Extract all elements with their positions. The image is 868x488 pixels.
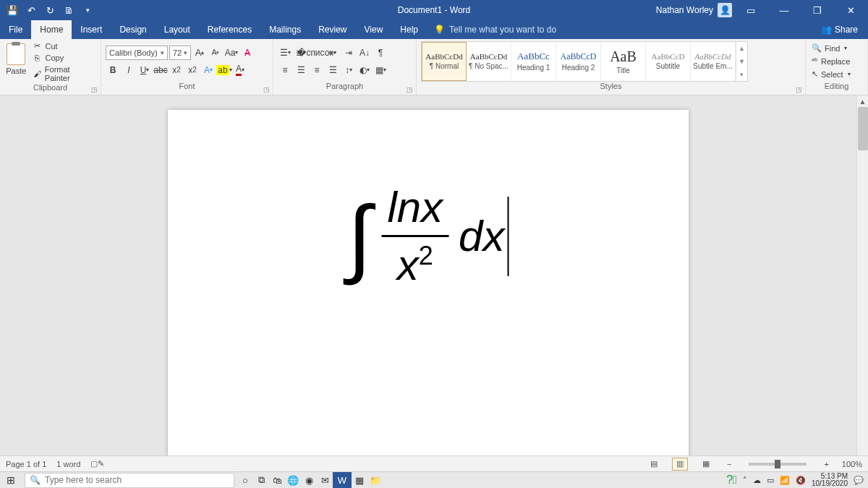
subscript-button[interactable]: x2 xyxy=(169,63,184,77)
taskbar-app-edge[interactable]: 🌐 xyxy=(285,472,301,488)
taskbar-app-word[interactable]: W xyxy=(333,472,352,488)
taskbar-app-explorer[interactable]: 📁 xyxy=(367,472,383,488)
shading-button[interactable]: ◐▾ xyxy=(357,63,372,77)
ribbon-display-options-button[interactable]: ▭ xyxy=(736,0,765,20)
tab-review[interactable]: Review xyxy=(310,20,355,39)
align-left-button[interactable]: ≡ xyxy=(278,63,292,77)
zoom-slider[interactable] xyxy=(749,463,807,466)
font-launcher[interactable]: ◳ xyxy=(263,86,270,93)
redo-button[interactable]: ↻ xyxy=(42,2,58,18)
grow-font-button[interactable]: A▴ xyxy=(192,46,207,60)
text-effects-button[interactable]: A▾ xyxy=(201,63,216,77)
borders-button[interactable]: ▦▾ xyxy=(373,63,388,77)
minimize-button[interactable]: — xyxy=(770,0,799,20)
bold-button[interactable]: B xyxy=(106,63,120,77)
help-tray-icon[interactable]: ?⃝ xyxy=(726,474,737,487)
cortana-button[interactable]: ○ xyxy=(237,472,253,488)
paragraph-launcher[interactable]: ◳ xyxy=(407,86,413,93)
page[interactable]: ∫ lnx x2 dx xyxy=(168,110,689,471)
show-marks-button[interactable]: ¶ xyxy=(373,46,388,60)
tell-me-search[interactable]: 💡 Tell me what you want to do xyxy=(427,20,563,39)
justify-button[interactable]: ☰ xyxy=(326,63,340,77)
print-layout-button[interactable]: ▥ xyxy=(672,458,688,471)
change-case-button[interactable]: Aa▾ xyxy=(224,46,239,60)
account-button[interactable]: Nathan Worley 👤 xyxy=(656,3,732,17)
volume-tray-icon[interactable]: 🔇 xyxy=(796,476,806,485)
web-layout-button[interactable]: ▦ xyxy=(698,458,714,471)
notifications-tray-icon[interactable]: 💬 xyxy=(854,476,864,485)
zoom-out-button[interactable]: − xyxy=(724,460,734,468)
tray-chevron-icon[interactable]: ˄ xyxy=(743,476,747,485)
font-color-button[interactable]: A▾ xyxy=(233,63,247,77)
replace-button[interactable]: ᵃᵇReplace xyxy=(810,56,852,67)
style-heading-1[interactable]: AaBbCcHeading 1 xyxy=(511,42,556,81)
paste-button[interactable]: Paste xyxy=(4,42,27,82)
style---normal[interactable]: AaBbCcDd¶ Normal xyxy=(422,42,467,81)
tab-home[interactable]: Home xyxy=(31,20,72,39)
print-preview-button[interactable]: 🗎 xyxy=(61,2,77,18)
font-size-combo[interactable]: 72▾ xyxy=(169,46,191,60)
align-right-button[interactable]: ≡ xyxy=(310,63,324,77)
strikethrough-button[interactable]: abc xyxy=(153,63,168,77)
superscript-button[interactable]: x2 xyxy=(185,63,200,77)
task-view-button[interactable]: ⧉ xyxy=(253,472,269,488)
select-button[interactable]: ↖Select▾ xyxy=(810,69,852,80)
line-spacing-button[interactable]: ↕▾ xyxy=(341,63,356,77)
tab-file[interactable]: File xyxy=(0,20,31,39)
maximize-button[interactable]: ❐ xyxy=(803,0,832,20)
style-subtle-em---[interactable]: AaBbCcDdSubtle Em... xyxy=(691,42,736,81)
document-area[interactable]: ∫ lnx x2 dx xyxy=(0,95,856,471)
multilevel-list-button[interactable]: �список▾ xyxy=(310,46,324,60)
find-button[interactable]: 🔍Find▾ xyxy=(810,43,852,53)
increase-indent-button[interactable]: ⇥ xyxy=(341,46,356,60)
italic-button[interactable]: I xyxy=(122,63,136,77)
battery-tray-icon[interactable]: ▭ xyxy=(767,476,774,485)
taskbar-app-mail[interactable]: ✉ xyxy=(317,472,333,488)
clear-formatting-button[interactable]: A̶ xyxy=(240,46,255,60)
equation-object[interactable]: ∫ lnx x2 dx xyxy=(348,182,509,290)
tab-mailings[interactable]: Mailings xyxy=(260,20,310,39)
style-title[interactable]: AaBTitle xyxy=(601,42,646,81)
save-button[interactable]: 💾 xyxy=(4,2,20,18)
styles-gallery[interactable]: AaBbCcDd¶ NormalAaBbCcDd¶ No Spac...AaBb… xyxy=(421,41,748,82)
tab-insert[interactable]: Insert xyxy=(72,20,111,39)
read-mode-button[interactable]: ▤ xyxy=(646,458,662,471)
taskbar-search[interactable]: 🔍 Type here to search xyxy=(25,473,234,488)
tab-layout[interactable]: Layout xyxy=(156,20,199,39)
sort-button[interactable]: A↓ xyxy=(357,46,372,60)
clipboard-launcher[interactable]: ◳ xyxy=(91,86,98,93)
share-button[interactable]: 👥 Share xyxy=(811,20,868,39)
styles-launcher[interactable]: ◳ xyxy=(796,86,802,93)
taskbar-app-chrome[interactable]: ◉ xyxy=(301,472,317,488)
copy-button[interactable]: ⎘Copy xyxy=(30,53,96,63)
word-count[interactable]: 1 word xyxy=(56,460,80,468)
styles-more-button[interactable]: ▲▼▾ xyxy=(736,42,747,81)
scroll-up-button[interactable]: ▲ xyxy=(857,95,868,107)
taskbar-clock[interactable]: 5:13 PM 10/19/2020 xyxy=(812,473,848,488)
style-subtitle[interactable]: AaBbCcDSubtitle xyxy=(646,42,691,81)
scroll-thumb[interactable] xyxy=(858,107,868,150)
start-button[interactable]: ⊞ xyxy=(0,472,22,489)
zoom-in-button[interactable]: + xyxy=(821,460,831,468)
shrink-font-button[interactable]: A▾ xyxy=(208,46,223,60)
tab-help[interactable]: Help xyxy=(391,20,427,39)
close-button[interactable]: ✕ xyxy=(836,0,865,20)
zoom-slider-thumb[interactable] xyxy=(775,460,780,468)
underline-button[interactable]: U▾ xyxy=(137,63,152,77)
style-heading-2[interactable]: AaBbCcDHeading 2 xyxy=(556,42,601,81)
font-name-combo[interactable]: Calibri (Body)▾ xyxy=(106,46,168,60)
spellcheck-button[interactable]: ▢✎ xyxy=(90,459,104,468)
highlight-button[interactable]: ab▾ xyxy=(217,63,231,77)
taskbar-app-store[interactable]: 🛍 xyxy=(269,472,285,488)
taskbar-app-calculator[interactable]: ▦ xyxy=(352,472,367,488)
undo-button[interactable]: ↶ xyxy=(23,2,39,18)
qat-customize-button[interactable]: ▾ xyxy=(80,2,95,18)
cut-button[interactable]: ✂Cut xyxy=(30,40,96,51)
onedrive-tray-icon[interactable]: ☁ xyxy=(753,476,761,485)
bullets-button[interactable]: ☰▾ xyxy=(278,46,292,60)
zoom-level[interactable]: 100% xyxy=(842,460,862,468)
tab-view[interactable]: View xyxy=(356,20,392,39)
decrease-indent-button[interactable]: ⇤ xyxy=(326,46,340,60)
tab-references[interactable]: References xyxy=(199,20,260,39)
vertical-scrollbar[interactable]: ▲ ▼ xyxy=(856,95,868,471)
